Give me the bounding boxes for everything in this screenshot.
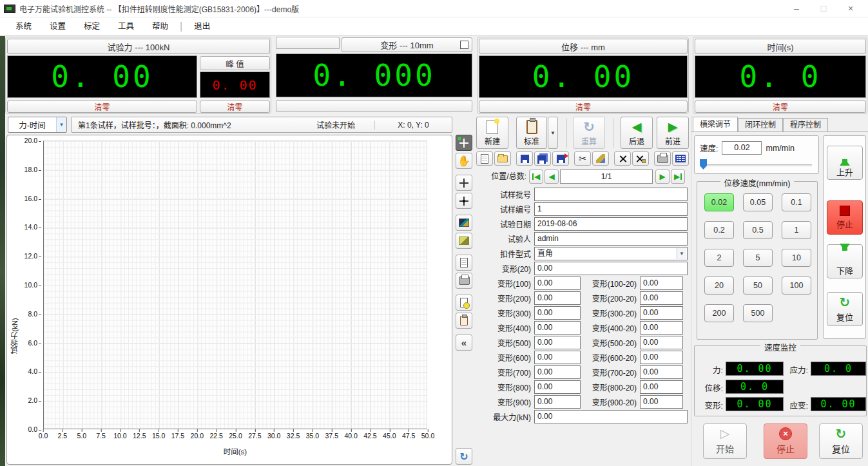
speed-preset-button-50[interactable]: 50 [743,277,773,295]
speed-preset-button-0.02[interactable]: 0.02 [704,193,734,211]
form-field-input[interactable]: 0.00 [534,291,581,305]
print-preview-button[interactable] [456,255,472,271]
new-file-button[interactable] [476,151,493,166]
tab-program-control[interactable]: 程序控制 [783,118,828,131]
form-field-input[interactable]: 0.00 [640,306,683,320]
data-table-button[interactable] [672,151,689,166]
menu-item-settings[interactable]: 设置 [41,19,75,34]
next-record-button[interactable]: ▶ [655,170,670,184]
delete-button[interactable] [614,151,631,166]
form-field-input[interactable]: 0.00 [640,321,683,335]
peak-clear-button[interactable]: 清零 [200,101,270,113]
save-button[interactable] [516,151,533,166]
speed-preset-button-5[interactable]: 5 [743,249,773,267]
form-field-input[interactable]: 0.00 [534,262,688,275]
time-clear-button[interactable]: 清零 [695,101,866,113]
crossbeam-stop-button[interactable]: 停止 [827,200,863,235]
form-field-input[interactable]: 0.00 [534,395,581,409]
form-field-input[interactable]: admin [534,232,688,246]
form-field-input[interactable] [534,188,688,201]
deform-checkbox[interactable] [460,41,468,49]
form-field-input[interactable]: 0.00 [640,351,683,364]
print-chart-button[interactable] [456,273,472,289]
speed-preset-button-10[interactable]: 10 [782,249,811,267]
chart-refresh-button[interactable]: ↻ [456,448,472,465]
export-button[interactable] [552,151,569,166]
crossbeam-down-button[interactable]: 下降 [827,244,863,278]
standard-button[interactable]: 标准 [516,117,547,149]
speed-slider-track[interactable] [701,164,812,166]
form-field-input[interactable]: 0.00 [640,395,683,409]
form-field-input[interactable]: 0.00 [534,365,581,379]
menu-item-help[interactable]: 帮助 [143,19,177,34]
speed-preset-button-2[interactable]: 2 [704,249,734,267]
curve-type-select[interactable]: 力-时间 ▼ [8,117,67,133]
stop-test-button[interactable]: × 停止 [764,423,807,459]
menu-item-system[interactable]: 系统 [6,19,41,34]
deform-clear-bar[interactable] [276,100,472,112]
crossbeam-reset-button[interactable]: ↻ 复位 [827,292,863,326]
tab-crossbeam-adjust[interactable]: 横梁调节 [693,117,738,131]
center-view-button[interactable] [456,193,472,209]
speed-preset-button-20[interactable]: 20 [704,277,734,295]
export-report-button[interactable] [456,295,472,311]
delete-all-button[interactable] [632,151,649,166]
displacement-clear-button[interactable]: 清零 [479,101,688,113]
copy-chart-button[interactable] [456,313,472,329]
speed-preset-button-1[interactable]: 1 [782,221,811,239]
first-record-button[interactable]: ◀ [529,170,543,184]
form-field-input[interactable]: 0.00 [534,410,688,423]
speed-preset-button-0.05[interactable]: 0.05 [743,193,773,211]
cut-button[interactable]: ✂ [574,151,591,166]
fastener-type-select[interactable]: 直角▼ [534,247,688,260]
plot-area[interactable] [43,141,427,429]
crosshair-cursor-button[interactable] [456,135,472,151]
minimize-icon[interactable]: – [783,0,810,17]
menu-item-calibration[interactable]: 标定 [75,19,109,34]
curve-view-button[interactable] [456,215,472,231]
print-button[interactable] [654,151,671,166]
pan-hand-button[interactable]: ✋ [456,153,472,169]
menu-item-tools[interactable]: 工具 [109,19,143,34]
back-button[interactable]: ◀ 后退 [621,117,653,149]
form-field-input[interactable]: 0.00 [640,380,683,394]
prev-record-button[interactable]: ◀ [545,170,559,184]
recalculate-button[interactable]: ↻ 重算 [573,117,605,149]
open-file-button[interactable] [494,151,511,166]
form-field-input[interactable]: 1 [534,202,688,216]
speed-preset-button-0.2[interactable]: 0.2 [704,221,734,239]
speed-preset-button-200[interactable]: 200 [704,304,734,322]
form-field-input[interactable]: 0.00 [534,306,581,320]
chevron-down-icon[interactable]: ▼ [677,248,686,259]
tab-closed-loop[interactable]: 闭环控制 [738,118,783,131]
form-field-input[interactable]: 0.00 [534,321,581,335]
menu-item-exit[interactable]: 退出 [185,19,219,34]
form-field-input[interactable]: 0.00 [534,351,581,364]
crossbeam-up-button[interactable]: 上升 [827,146,863,180]
start-test-button[interactable]: ▷ 开始 [703,423,747,459]
reset-test-button[interactable]: ↻ 复位 [819,423,863,459]
speed-input[interactable]: 0.02 [722,141,762,155]
move-axes-button[interactable] [456,175,472,191]
form-field-input[interactable]: 2019-08-06 [534,217,688,231]
speed-slider-thumb[interactable] [700,159,707,170]
save-all-button[interactable] [534,151,551,166]
close-icon[interactable]: × [837,0,864,17]
speed-preset-button-0.1[interactable]: 0.1 [782,193,811,211]
forward-button[interactable]: ▶ 前进 [657,117,689,149]
curve-select-view-button[interactable] [456,233,472,249]
collapse-panel-button[interactable]: « [456,335,472,351]
form-field-input[interactable]: 0.00 [640,291,683,305]
force-clear-button[interactable]: 清零 [7,101,197,113]
form-field-input[interactable]: 0.00 [534,380,581,394]
chevron-down-icon[interactable]: ▼ [56,117,66,132]
form-field-input[interactable]: 0.00 [640,365,683,379]
speed-preset-button-100[interactable]: 100 [782,277,811,295]
maximize-icon[interactable]: □ [810,0,837,17]
form-field-input[interactable]: 0.00 [640,336,683,349]
new-record-button[interactable]: 新建 [476,117,508,149]
last-record-button[interactable]: ▶ [671,170,685,184]
standard-dropdown-button[interactable]: ▼ [548,117,558,149]
form-field-input[interactable]: 0.00 [640,277,683,290]
form-field-input[interactable]: 0.00 [534,277,581,290]
